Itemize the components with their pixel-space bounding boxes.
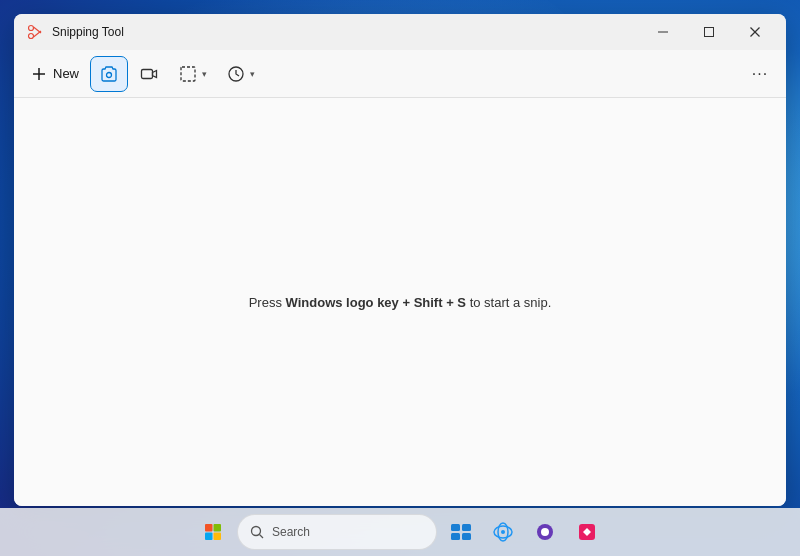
snip-mode-button[interactable]: ▾ xyxy=(171,57,215,91)
svg-point-26 xyxy=(501,530,505,534)
new-label: New xyxy=(53,66,79,81)
svg-rect-17 xyxy=(214,533,222,541)
screenshot-mode-button[interactable] xyxy=(91,57,127,91)
hint-suffix: to start a snip. xyxy=(466,295,551,310)
more-options-button[interactable]: ··· xyxy=(742,57,778,91)
hint-prefix: Press xyxy=(249,295,286,310)
svg-rect-20 xyxy=(451,524,460,531)
svg-rect-5 xyxy=(705,28,714,37)
delay-chevron: ▾ xyxy=(250,69,255,79)
minimize-button[interactable] xyxy=(640,16,686,48)
svg-rect-11 xyxy=(142,69,153,78)
content-area: Press Windows logo key + Shift + S to st… xyxy=(14,98,786,506)
snipping-tool-window: Snipping Tool New xyxy=(14,14,786,506)
svg-rect-14 xyxy=(205,524,213,532)
maximize-button[interactable] xyxy=(686,16,732,48)
taskbar-app-3[interactable] xyxy=(569,514,605,550)
more-label: ··· xyxy=(752,65,768,83)
search-label: Search xyxy=(272,525,310,539)
svg-rect-16 xyxy=(205,533,213,541)
svg-point-28 xyxy=(541,528,549,536)
task-view-button[interactable] xyxy=(443,514,479,550)
svg-rect-22 xyxy=(451,533,460,540)
title-bar: Snipping Tool xyxy=(14,14,786,50)
hint-shortcut: Windows logo key + Shift + S xyxy=(286,295,466,310)
taskbar-app-2[interactable] xyxy=(527,514,563,550)
svg-point-0 xyxy=(29,26,34,31)
svg-rect-4 xyxy=(658,32,668,33)
svg-rect-12 xyxy=(181,67,195,81)
app-icon xyxy=(26,23,44,41)
snip-mode-chevron: ▾ xyxy=(202,69,207,79)
toolbar: New ▾ xyxy=(14,50,786,98)
search-icon xyxy=(250,525,264,539)
hint-message: Press Windows logo key + Shift + S to st… xyxy=(249,295,552,310)
start-button[interactable] xyxy=(195,514,231,550)
svg-line-3 xyxy=(34,31,42,37)
taskbar-app-1[interactable] xyxy=(485,514,521,550)
delay-button[interactable]: ▾ xyxy=(219,57,263,91)
window-title: Snipping Tool xyxy=(52,25,640,39)
close-button[interactable] xyxy=(732,16,778,48)
svg-line-19 xyxy=(260,535,264,539)
taskbar: Search xyxy=(0,508,800,556)
video-mode-button[interactable] xyxy=(131,57,167,91)
window-controls xyxy=(640,16,778,48)
svg-rect-23 xyxy=(462,533,471,540)
svg-point-10 xyxy=(107,72,112,77)
svg-rect-21 xyxy=(462,524,471,531)
new-button[interactable]: New xyxy=(22,57,87,91)
svg-point-18 xyxy=(252,527,261,536)
svg-rect-15 xyxy=(214,524,222,532)
svg-point-1 xyxy=(29,34,34,39)
taskbar-search[interactable]: Search xyxy=(237,514,437,550)
